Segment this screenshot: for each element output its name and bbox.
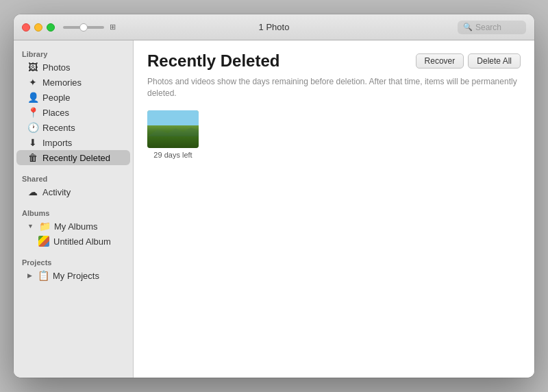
sidebar-item-people[interactable]: 👤 People xyxy=(16,90,130,105)
sidebar-item-memories[interactable]: ✦ Memories xyxy=(16,75,130,90)
my-albums-icon: 📁 xyxy=(39,221,50,232)
search-icon: 🔍 xyxy=(463,23,473,32)
titlebar: ⊞ 1 Photo 🔍 Search xyxy=(14,14,534,40)
activity-icon: ☁ xyxy=(27,186,38,197)
sidebar-item-imports-label: Imports xyxy=(42,138,72,148)
shared-section-label: Shared xyxy=(14,171,133,184)
sidebar-item-recents-label: Recents xyxy=(42,123,75,133)
zoom-slider[interactable] xyxy=(63,26,104,29)
window-title: 1 Photo xyxy=(259,22,290,32)
delete-all-button[interactable]: Delete All xyxy=(468,53,521,69)
disclosure-my-albums: ▼ xyxy=(27,223,34,230)
sidebar-item-places-label: Places xyxy=(42,108,69,118)
maximize-button[interactable] xyxy=(47,23,55,32)
main-content: Library 🖼 Photos ✦ Memories 👤 People 📍 P… xyxy=(14,40,534,378)
search-placeholder: Search xyxy=(475,23,501,32)
page-title: Recently Deleted xyxy=(147,51,279,71)
traffic-lights xyxy=(22,23,55,32)
minimize-button[interactable] xyxy=(34,23,42,32)
header-buttons: Recover Delete All xyxy=(416,53,521,69)
recover-button[interactable]: Recover xyxy=(416,53,464,69)
sidebar-item-recently-deleted-label: Recently Deleted xyxy=(42,153,110,163)
content-area: Recently Deleted Recover Delete All Phot… xyxy=(134,40,534,378)
disclosure-my-projects: ▶ xyxy=(27,272,32,279)
landscape-mountain xyxy=(147,125,199,137)
close-button[interactable] xyxy=(22,23,30,32)
people-icon: 👤 xyxy=(27,92,38,103)
albums-section-label: Albums xyxy=(14,205,133,219)
sidebar-item-untitled-album-label: Untitled Album xyxy=(53,236,111,247)
photo-thumbnail xyxy=(147,110,199,148)
sidebar-item-activity[interactable]: ☁ Activity xyxy=(16,184,130,199)
projects-section-label: Projects xyxy=(14,254,133,268)
sidebar-item-memories-label: Memories xyxy=(42,77,82,88)
sidebar-item-activity-label: Activity xyxy=(42,187,71,197)
places-icon: 📍 xyxy=(27,107,38,118)
titlebar-controls: ⊞ xyxy=(63,23,116,32)
recents-icon: 🕐 xyxy=(27,122,38,133)
trash-icon: 🗑 xyxy=(27,152,38,163)
sidebar-item-my-projects[interactable]: ▶ 📋 My Projects xyxy=(16,268,130,283)
sidebar-item-recently-deleted[interactable]: 🗑 Recently Deleted xyxy=(16,150,130,165)
sidebar-item-imports[interactable]: ⬇ Imports xyxy=(16,135,130,150)
sidebar-item-places[interactable]: 📍 Places xyxy=(16,105,130,120)
sidebar-item-recents[interactable]: 🕐 Recents xyxy=(16,120,130,135)
sidebar-item-photos[interactable]: 🖼 Photos xyxy=(16,60,130,75)
landscape-background xyxy=(147,110,199,148)
photos-icon: 🖼 xyxy=(27,62,38,73)
my-projects-icon: 📋 xyxy=(38,270,49,281)
sidebar: Library 🖼 Photos ✦ Memories 👤 People 📍 P… xyxy=(14,40,134,378)
sidebar-item-people-label: People xyxy=(42,93,70,103)
sidebar-item-my-projects-label: My Projects xyxy=(53,271,99,281)
app-window: ⊞ 1 Photo 🔍 Search Library 🖼 Photos ✦ Me… xyxy=(14,14,534,378)
photo-days-remaining: 29 days left xyxy=(153,151,192,159)
sidebar-item-my-albums[interactable]: ▼ 📁 My Albums xyxy=(16,219,130,234)
sidebar-item-my-albums-label: My Albums xyxy=(54,221,98,232)
album-thumbnail xyxy=(38,236,49,247)
photo-item[interactable]: 29 days left xyxy=(147,110,199,159)
photo-grid: 29 days left xyxy=(147,110,521,159)
expand-icon[interactable]: ⊞ xyxy=(110,23,116,32)
content-header: Recently Deleted Recover Delete All xyxy=(147,51,521,71)
search-bar[interactable]: 🔍 Search xyxy=(458,21,526,34)
content-subtitle: Photos and videos show the days remainin… xyxy=(147,76,521,99)
memories-icon: ✦ xyxy=(27,77,38,88)
imports-icon: ⬇ xyxy=(27,137,38,148)
library-section-label: Library xyxy=(14,46,133,60)
sidebar-item-untitled-album[interactable]: Untitled Album xyxy=(16,234,130,249)
sidebar-item-photos-label: Photos xyxy=(42,62,70,73)
